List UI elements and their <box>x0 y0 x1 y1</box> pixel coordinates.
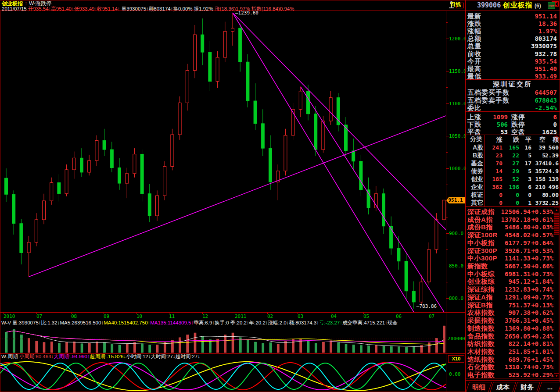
exchange-row: 五档委卖手数678043 <box>466 96 560 104</box>
text-segment: 小周期:80.464↓ <box>19 354 54 359</box>
index-list-item[interactable]: 制造指数1369.80+0.88% <box>466 324 553 332</box>
index-list-item[interactable]: 深证综指1232.83+0.74% <box>466 285 553 293</box>
index-list-item[interactable]: 中小300P1141.33+0.73% <box>466 254 553 262</box>
y-axis-tick: 900.0 <box>449 231 463 236</box>
index-list-item[interactable]: 纺织指数822.14+0.81% <box>466 340 553 348</box>
period-label[interactable]: 日线 <box>450 1 461 8</box>
text-segment: 亏:-23.27↑ <box>319 320 342 325</box>
x-axis-label: 09 <box>104 314 109 319</box>
index-list-item[interactable]: 深证A指1291.09+0.75% <box>466 293 553 301</box>
tab-财务[interactable]: 财务 <box>514 382 540 392</box>
x-axis-label: 02 <box>267 314 273 319</box>
index-list-item[interactable]: 木材指数251.85+1.01% <box>466 348 553 356</box>
price-axis: 1200.01150.01100.01050.01000.0950.0900.0… <box>446 11 465 312</box>
quote-row: 涨幅1.97% <box>466 27 560 35</box>
x-axis-label: 03 <box>298 314 303 319</box>
x-axis-label: 07 <box>36 314 42 319</box>
index-list-item[interactable]: 食品指数2650.05+0.24% <box>466 332 553 340</box>
time-axis: 20100708091011122011020304050607 <box>0 312 465 319</box>
cycle-indicator-line: W-周期 小周期:80.464↓大周期:-94.990↑超周期:-15.826↓… <box>1 353 200 360</box>
candlestick-chart[interactable]: —1239.60—783.86 <box>0 11 446 312</box>
text-segment: 乖离:6.9↑换手:0 季:20.2↑年:20.2↑涨幅:2.0↓额:80317… <box>194 320 319 325</box>
index-list-item[interactable]: 石化指数1310.74+0.75% <box>466 363 553 371</box>
text-segment: 大周期:-94.990↑ <box>54 354 90 359</box>
scrollbar-thumb[interactable] <box>554 213 559 235</box>
chart-header: 创业板指↑W-涨跌停 <box>2 0 51 6</box>
stock-name: 创业板指 <box>503 1 533 9</box>
table-header: 额 <box>466 136 559 144</box>
svg-text:—783.86: —783.86 <box>416 303 437 309</box>
text-segment: W-周期 <box>1 354 19 359</box>
text-segment: 超周期:-15.826↓ <box>90 354 126 359</box>
x-axis-label: 12 <box>202 314 208 319</box>
quote-row: 最高951.40 <box>466 65 560 72</box>
index-list-item[interactable]: 深证300P3926.71+0.53% <box>466 247 553 255</box>
y-axis-tick: 800.0 <box>449 296 463 301</box>
table-row: A股2411651639560 <box>466 144 560 152</box>
table-row: 基金70271737410.6 <box>466 160 560 167</box>
y-axis-tick: 1200.0 <box>449 36 467 42</box>
breadth-row: 上涨1099涨停6 <box>466 113 560 121</box>
x-axis-label: 2011 <box>235 314 247 319</box>
index-list-item[interactable]: 采掘指数3766.31+0.45% <box>466 317 553 324</box>
index-list-item[interactable]: 造纸指数689.76+1.45% <box>466 356 553 363</box>
quote-row: 总额803174 <box>466 35 560 42</box>
exchange-title: 深圳证交所 <box>466 80 560 89</box>
table-row: 创业185523158139 <box>466 175 560 183</box>
tab-明细[interactable]: 明细 <box>466 382 492 392</box>
y-axis-tick: 1000.0 <box>449 166 467 171</box>
svg-text:—1239.60: —1239.60 <box>235 11 258 16</box>
x-axis-label: 06 <box>396 314 402 319</box>
table-row: 权证00080.00 <box>466 191 560 199</box>
index-list-item[interactable]: 农林指数907.38+0.62% <box>466 309 553 317</box>
scroll-up-icon[interactable]: ▲ <box>554 207 559 212</box>
text-segment: MA135:1144309.5↑ <box>150 320 194 325</box>
y-axis-tick: 1100.0 <box>449 101 467 107</box>
classification-table: 分类涨跌平空额A股2411651639560B股2322552.39基金7027… <box>466 135 560 207</box>
exchange-row: 五档委买手数644507 <box>466 89 560 96</box>
quote-row: 总量3930075 <box>466 42 560 50</box>
index-list-item[interactable]: 新指数5667.50+0.66% <box>466 262 553 270</box>
quote-panel-header: 399006 创业板指 (6) new <box>466 1 560 11</box>
stock-suffix: (6) <box>535 3 541 9</box>
new-badge-icon: new <box>548 2 555 9</box>
trading-terminal: 创业板指↑W-涨跌停 2011/07/15 开935.54↑高951.40↑低9… <box>0 0 560 392</box>
index-scrollbar[interactable]: ▲ ▼ <box>554 207 559 378</box>
current-price-marker: 951.1 <box>446 197 465 203</box>
index-list-item[interactable]: 深证B指751.37+0.13% <box>466 301 553 309</box>
volume-pane[interactable]: W-V 量:3930075↑比:1.32↓MA5:2639516.500↑MA4… <box>0 319 446 353</box>
index-list-item[interactable]: 创业板综945.12+1.84% <box>466 278 553 285</box>
volume-scale-label: 200000 <box>448 336 465 342</box>
quote-row: 涨跌18.36 <box>466 20 560 27</box>
text-segment: 成交乖离:4715.221↑现金 <box>342 320 398 325</box>
index-list-item[interactable]: 成份B指5486.80+0.03% <box>466 223 553 231</box>
x-axis-label: 04 <box>331 314 337 319</box>
quote-row: 今开935.54 <box>466 57 560 65</box>
stock-code: 399006 <box>477 1 501 9</box>
cycle-zero-label: 0.00 <box>449 371 461 377</box>
scroll-down-icon[interactable]: ▼ <box>554 373 559 378</box>
panel-tabs: 明细成本财务... <box>466 380 560 392</box>
table-row: 其它0013732.25 <box>466 199 560 207</box>
quote-row: 最低933.49 <box>466 72 560 80</box>
tab-成本[interactable]: 成本 <box>490 382 516 392</box>
index-list-item[interactable]: 电子指数525.92+0.29% <box>466 371 553 379</box>
y-axis-tick: 850.0 <box>449 263 463 269</box>
cycle-pane[interactable]: W-周期 小周期:80.464↓大周期:-94.990↑超周期:-15.826↓… <box>0 353 446 392</box>
x-axis-label: 11 <box>169 314 175 319</box>
volume-indicator-line: W-V 量:3930075↑比:1.32↓MA5:2639516.500↑MA4… <box>1 320 398 326</box>
text-segment: MA40:1515402.750↑ <box>104 320 150 325</box>
index-list-item[interactable]: 中小板指6177.97+0.64% <box>466 239 553 247</box>
exchange-row: 委比-2.54% <box>466 104 560 111</box>
index-list-item[interactable]: 深证成指12506.94+0.53% <box>466 208 553 216</box>
quote-panel: 399006 创业板指 (6) new 最新951.14涨跌18.36涨幅1.9… <box>465 0 560 392</box>
tab-...[interactable]: ... <box>538 382 560 392</box>
quote-row: 最新951.14 <box>466 12 560 20</box>
index-list-item[interactable]: 深证100R4548.02+0.57% <box>466 231 553 239</box>
table-row: 企业3821986210496 <box>466 183 560 191</box>
x-axis-label: 07 <box>429 314 434 319</box>
index-list-item[interactable]: 中小板综6981.31+0.73% <box>466 270 553 278</box>
y-axis-tick: 1050.0 <box>449 133 467 139</box>
index-list-item[interactable]: 成份A指13702.18+0.61% <box>466 216 553 224</box>
text-segment: 小时间:12↓大时间:27↓超时间:27↓ <box>126 354 200 359</box>
